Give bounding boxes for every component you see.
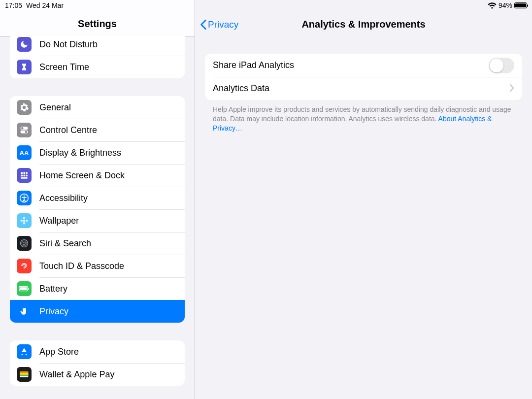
- row-label: Analytics Data: [213, 83, 510, 94]
- siri-icon: [17, 236, 32, 251]
- svg-rect-23: [28, 288, 29, 290]
- sidebar-item-label: General: [39, 102, 71, 113]
- chevron-left-icon: [200, 19, 207, 30]
- sidebar-item-label: Privacy: [39, 306, 68, 317]
- sidebar-item-label: App Store: [39, 347, 79, 357]
- sidebar-item-wallet[interactable]: Wallet & Apple Pay: [10, 363, 185, 386]
- status-bar: 17:05 Wed 24 Mar 94%: [0, 0, 532, 11]
- svg-point-17: [26, 220, 28, 222]
- sidebar-item-label: Home Screen & Dock: [39, 170, 125, 181]
- sidebar-item-label: Battery: [39, 284, 67, 294]
- svg-point-2: [21, 127, 24, 130]
- sidebar-item-accessibility[interactable]: Accessibility: [10, 187, 185, 209]
- battery-percent: 94%: [499, 1, 512, 9]
- sidebar-item-label: Touch ID & Passcode: [39, 261, 124, 271]
- battery-icon: [17, 281, 32, 296]
- sidebar-scroll[interactable]: Do Not Disturb Screen Time: [0, 36, 195, 399]
- share-analytics-toggle[interactable]: [489, 58, 514, 73]
- sidebar-title: Settings: [78, 18, 117, 30]
- sidebar-item-siri[interactable]: Siri & Search: [10, 232, 185, 255]
- analytics-footer: Help Apple improve its products and serv…: [205, 100, 522, 133]
- svg-rect-4: [21, 172, 23, 174]
- svg-point-14: [23, 217, 26, 220]
- sidebar-item-app-store[interactable]: App Store: [10, 340, 185, 363]
- analytics-group: Share iPad Analytics Analytics Data: [205, 54, 522, 100]
- fingerprint-icon: [17, 259, 32, 273]
- row-share-analytics[interactable]: Share iPad Analytics: [205, 54, 522, 77]
- text-size-icon: AA: [17, 145, 32, 160]
- svg-rect-26: [20, 373, 29, 375]
- sidebar-item-general[interactable]: General: [10, 96, 185, 119]
- sidebar-item-label: Control Centre: [39, 125, 97, 135]
- hourglass-icon: [17, 60, 32, 74]
- detail-title: Analytics & Improvements: [301, 19, 425, 30]
- sidebar-item-label: Siri & Search: [39, 238, 91, 249]
- sidebar-item-label: Wallpaper: [39, 216, 79, 226]
- svg-rect-25: [20, 371, 29, 373]
- detail-pane: Privacy Analytics & Improvements Share i…: [195, 0, 532, 399]
- grid-icon: [17, 168, 32, 183]
- sidebar-item-control-centre[interactable]: Control Centre: [10, 119, 185, 141]
- sidebar-item-label: Wallet & Apple Pay: [39, 369, 114, 380]
- back-button[interactable]: Privacy: [200, 19, 238, 30]
- settings-sidebar: Settings Do Not Disturb: [0, 0, 195, 399]
- svg-point-19: [22, 241, 27, 246]
- status-time: 17:05: [5, 1, 22, 9]
- sidebar-item-screen-time[interactable]: Screen Time: [10, 56, 185, 78]
- svg-point-20: [23, 242, 26, 245]
- svg-rect-6: [26, 172, 28, 174]
- sidebar-group-focus: Do Not Disturb Screen Time: [10, 36, 185, 78]
- sidebar-group-general: General Control Centre AA Display & Brig…: [10, 96, 185, 323]
- gear-icon: [17, 100, 32, 115]
- svg-point-12: [24, 196, 25, 197]
- back-label: Privacy: [208, 19, 238, 30]
- svg-rect-27: [20, 375, 29, 376]
- sidebar-item-label: Screen Time: [39, 62, 89, 72]
- sidebar-item-label: Accessibility: [39, 193, 88, 203]
- sidebar-item-display-brightness[interactable]: AA Display & Brightness: [10, 141, 185, 164]
- svg-rect-10: [21, 177, 28, 179]
- sidebar-item-wallpaper[interactable]: Wallpaper: [10, 209, 185, 232]
- status-date: Wed 24 Mar: [26, 1, 64, 9]
- svg-rect-7: [21, 175, 23, 177]
- flower-icon: [17, 213, 32, 228]
- battery-icon: [514, 2, 527, 8]
- svg-rect-9: [26, 175, 28, 177]
- row-label: Share iPad Analytics: [213, 60, 489, 70]
- svg-point-13: [23, 220, 26, 222]
- wallet-icon: [17, 367, 32, 382]
- appstore-icon: [17, 344, 32, 359]
- sidebar-item-do-not-disturb[interactable]: Do Not Disturb: [10, 36, 185, 56]
- svg-rect-8: [24, 175, 26, 177]
- wifi-icon: [488, 2, 497, 9]
- moon-icon: [17, 37, 32, 52]
- svg-point-16: [21, 220, 23, 222]
- chevron-right-icon: [510, 83, 514, 94]
- sidebar-item-label: Do Not Disturb: [39, 39, 98, 50]
- sidebar-item-home-screen[interactable]: Home Screen & Dock: [10, 164, 185, 187]
- hand-icon: [17, 304, 32, 319]
- row-analytics-data[interactable]: Analytics Data: [205, 77, 522, 100]
- sidebar-item-label: Display & Brightness: [39, 148, 121, 158]
- accessibility-icon: [17, 191, 32, 205]
- svg-point-3: [25, 131, 28, 133]
- svg-rect-5: [24, 172, 26, 174]
- sidebar-group-store: App Store Wallet & Apple Pay: [10, 340, 185, 386]
- svg-rect-22: [20, 287, 27, 290]
- switches-icon: [17, 123, 32, 137]
- svg-point-15: [23, 222, 26, 225]
- sidebar-item-battery[interactable]: Battery: [10, 277, 185, 300]
- sidebar-item-privacy[interactable]: Privacy: [10, 300, 185, 323]
- sidebar-item-touch-id[interactable]: Touch ID & Passcode: [10, 255, 185, 277]
